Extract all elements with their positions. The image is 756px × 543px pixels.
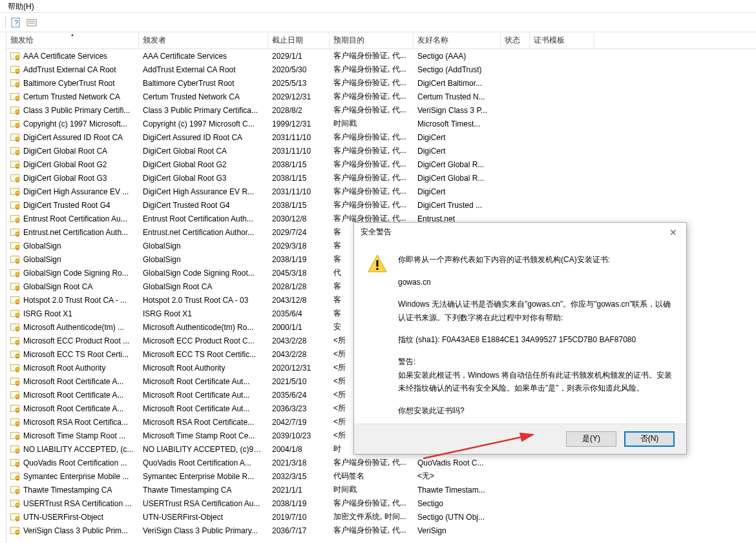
svg-rect-79 (377, 268, 379, 270)
table-row[interactable]: DigiCert Assured ID Root CADigiCert Assu… (6, 130, 756, 144)
properties-icon[interactable] (26, 17, 37, 28)
cell-issued-to: Microsoft ECC Product Root ... (23, 336, 129, 345)
cell-issued-by: DigiCert Global Root G3 (139, 174, 268, 183)
cell-purpose: 时间戳 (330, 118, 414, 129)
cell-issued-by: DigiCert Trusted Root G4 (139, 201, 268, 210)
cell-expiry: 2025/5/13 (268, 79, 330, 88)
cell-expiry: 2038/1/15 (268, 174, 330, 183)
dialog-title-text: 安全警告 (361, 227, 392, 238)
cell-purpose: 客户端身份验证, 代... (330, 159, 414, 170)
cell-issued-by: GlobalSign (139, 241, 268, 251)
menu-help[interactable]: 帮助(H) (5, 1, 37, 12)
cell-expiry: 2021/1/1 (268, 486, 330, 495)
certificate-icon (10, 404, 21, 413)
col-expiry[interactable]: 截止日期 (268, 32, 330, 48)
table-row[interactable]: Baltimore CyberTrust RootBaltimore Cyber… (6, 76, 756, 90)
table-row[interactable]: UTN-USERFirst-ObjectUTN-USERFirst-Object… (6, 510, 756, 524)
cell-issued-to: ISRG Root X1 (23, 309, 72, 318)
table-row[interactable]: USERTrust RSA Certification ...USERTrust… (6, 497, 756, 510)
cell-expiry: 2031/11/10 (268, 147, 330, 156)
cell-issued-to: Microsoft Root Authority (23, 364, 105, 373)
certificate-icon (10, 445, 21, 454)
cell-friendly: Sectigo (AddTrust) (414, 65, 501, 74)
certificate-icon (10, 350, 21, 359)
table-row[interactable]: Certum Trusted Network CACertum Trusted … (6, 90, 756, 103)
cell-issued-by: GlobalSign Root CA (139, 282, 268, 291)
table-row[interactable]: DigiCert Global Root G2DigiCert Global R… (6, 158, 756, 171)
tree-pane-edge (0, 32, 6, 543)
cell-issued-to: Entrust Root Certification Au... (23, 214, 127, 223)
cell-issued-to: AAA Certificate Services (23, 52, 107, 61)
cell-purpose: 客户端身份验证, 代... (330, 64, 414, 75)
sort-asc-icon: ▴ (71, 32, 74, 37)
close-icon[interactable]: ✕ (667, 227, 680, 238)
table-row[interactable]: VeriSign Class 3 Public Prim...VeriSign … (6, 524, 756, 537)
cell-issued-to: Microsoft Root Certificate A... (23, 377, 123, 386)
cell-expiry: 2039/10/23 (268, 431, 330, 440)
certificate-icon (10, 92, 21, 101)
dialog-body-text: 你即将从一个声称代表如下内容的证书颁发机构(CA)安装证书: gowas.cn … (398, 253, 673, 417)
table-row[interactable]: Symantec Enterprise Mobile ...Symantec E… (6, 469, 756, 483)
cell-issued-by: NO LIABILITY ACCEPTED, (c)97... (139, 445, 268, 454)
cell-issued-by: Hotspot 2.0 Trust Root CA - 03 (139, 296, 268, 305)
help-icon[interactable]: ? (11, 17, 21, 28)
table-row[interactable]: Thawte Timestamping CAThawte Timestampin… (6, 483, 756, 497)
cell-issued-to: Microsoft Root Certificate A... (23, 391, 123, 400)
cell-issued-by: Microsoft Root Certificate Aut... (139, 377, 268, 386)
table-row[interactable]: Copyright (c) 1997 Microsoft...Copyright… (6, 117, 756, 130)
cell-purpose: 客户端身份验证, 代... (330, 525, 414, 536)
cell-issued-to: GlobalSign (23, 241, 61, 251)
cell-purpose: 客户端身份验证, 代... (330, 91, 414, 102)
table-row[interactable]: DigiCert Global Root G3DigiCert Global R… (6, 171, 756, 185)
yes-button[interactable]: 是(Y) (566, 431, 616, 447)
cell-friendly: DigiCert (414, 187, 501, 196)
col-issued-to[interactable]: 颁发给▴ (6, 32, 139, 48)
cell-issued-to: Baltimore CyberTrust Root (23, 79, 115, 88)
table-row[interactable]: DigiCert Trusted Root G4DigiCert Trusted… (6, 198, 756, 212)
svg-text:?: ? (14, 19, 18, 26)
cell-issued-to: Microsoft ECC TS Root Certi... (23, 350, 129, 359)
certificate-icon (10, 52, 21, 61)
certificate-icon (10, 133, 21, 142)
cell-expiry: 2029/3/18 (268, 241, 330, 251)
table-row[interactable]: DigiCert Global Root CADigiCert Global R… (6, 144, 756, 158)
table-row[interactable]: DigiCert High Assurance EV ...DigiCert H… (6, 185, 756, 198)
dialog-button-row: 是(Y) 否(N) (354, 424, 686, 454)
cell-expiry: 2042/7/19 (268, 418, 330, 427)
col-template[interactable]: 证书模板 (530, 32, 594, 48)
cell-issued-by: Microsoft Root Authority (139, 364, 268, 373)
no-button[interactable]: 否(N) (624, 431, 675, 447)
cell-issued-to: Hotspot 2.0 Trust Root CA - ... (23, 296, 127, 305)
certificate-icon (10, 323, 21, 332)
col-purpose[interactable]: 预期目的 (330, 32, 414, 48)
certificate-icon (10, 377, 21, 386)
table-row[interactable]: Class 3 Public Primary Certifi...Class 3… (6, 103, 756, 117)
cell-expiry: 2021/3/18 (268, 458, 330, 467)
dialog-subject: gowas.cn (398, 276, 673, 289)
cell-friendly: Sectigo (UTN Obj... (414, 513, 501, 522)
cell-friendly: VeriSign (414, 526, 501, 535)
certificate-icon (10, 309, 21, 318)
cell-friendly: Microsoft Timest... (414, 119, 501, 128)
cell-issued-to: DigiCert Global Root CA (23, 147, 107, 156)
cell-purpose: 客户端身份验证, 代... (330, 77, 414, 88)
menubar: 帮助(H) (0, 0, 756, 13)
dialog-titlebar: 安全警告 ✕ (354, 223, 686, 241)
certificate-icon (10, 418, 21, 427)
certificate-icon (10, 106, 21, 115)
col-friendly[interactable]: 友好名称 (414, 32, 501, 48)
dialog-thumbprint: 指纹 (sha1): F0A43AE8 E1884CE1 34A99527 1F… (398, 333, 673, 346)
cell-purpose: 时间戳 (330, 484, 414, 495)
table-row[interactable]: QuoVadis Root Certification ...QuoVadis … (6, 456, 756, 469)
cell-expiry: 2031/11/10 (268, 133, 330, 142)
table-row[interactable]: AddTrust External CA RootAddTrust Extern… (6, 63, 756, 76)
cell-issued-by: Microsoft Time Stamp Root Ce... (139, 431, 268, 440)
table-row[interactable]: AAA Certificate ServicesAAA Certificate … (6, 49, 756, 63)
col-status[interactable]: 状态 (501, 32, 530, 48)
cell-purpose: 客户端身份验证, 代... (330, 105, 414, 116)
cell-issued-by: Microsoft Authenticode(tm) Ro... (139, 323, 268, 332)
cell-expiry: 2028/8/2 (268, 106, 330, 115)
cell-issued-by: ISRG Root X1 (139, 309, 268, 318)
cell-issued-by: Microsoft RSA Root Certificate... (139, 418, 268, 427)
col-issued-by[interactable]: 颁发者 (139, 32, 268, 48)
